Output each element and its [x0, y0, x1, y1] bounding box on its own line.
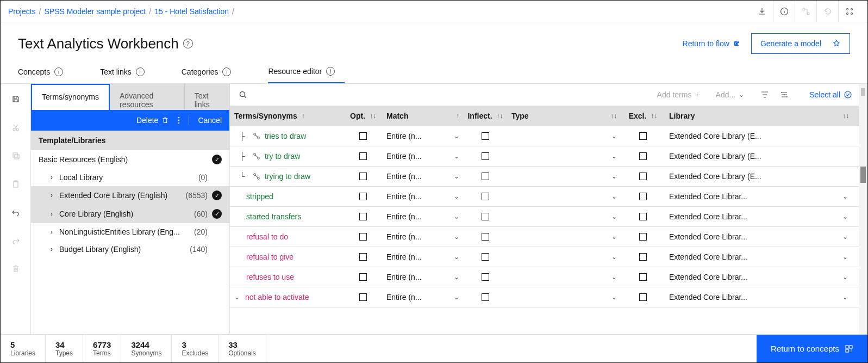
paste-icon[interactable]	[7, 175, 24, 193]
chevron-down-icon[interactable]: ⌄	[454, 213, 459, 220]
chevron-down-icon[interactable]: ⌄	[611, 152, 617, 160]
inflect-checkbox[interactable]	[482, 193, 489, 200]
excl-checkbox[interactable]	[639, 233, 647, 241]
add-terms-button[interactable]: Add terms +	[657, 90, 700, 99]
library-item[interactable]: ›Extended Core Library (English)(6553)✓	[31, 186, 229, 205]
chevron-down-icon[interactable]: ⌄	[842, 253, 848, 261]
info-icon[interactable]: i	[136, 67, 145, 76]
chevron-down-icon[interactable]: ⌄	[611, 132, 617, 140]
info-icon[interactable]: i	[222, 67, 231, 76]
settings-icon[interactable]	[780, 90, 793, 99]
chevron-right-icon[interactable]: ›	[47, 245, 56, 253]
library-item[interactable]: ›Budget Library (English)(140)	[31, 241, 229, 258]
excl-checkbox[interactable]	[639, 293, 647, 301]
help-icon[interactable]: ?	[183, 39, 193, 48]
table-row[interactable]: refusal to giveEntire (n...⌄⌄Extended Co…	[230, 247, 859, 267]
delete-button[interactable]: Delete	[136, 116, 169, 125]
table-row[interactable]: └trying to drawEntire (n...⌄⌄Extended Co…	[230, 167, 859, 187]
info-icon[interactable]: i	[54, 67, 63, 76]
chevron-down-icon[interactable]: ⌄	[454, 273, 459, 281]
col-opt[interactable]: Opt.↑↓	[344, 106, 382, 126]
scroll-thumb[interactable]	[860, 167, 866, 183]
tab-resource-editor[interactable]: Resource editor i	[268, 60, 345, 83]
table-row[interactable]: ├try to drawEntire (n...⌄⌄Extended Core …	[230, 146, 859, 167]
library-item[interactable]: ›NonLinguisticEntities Library (Eng...(2…	[31, 223, 229, 241]
opt-checkbox[interactable]	[359, 193, 367, 200]
inflect-checkbox[interactable]	[482, 293, 489, 301]
inflect-checkbox[interactable]	[482, 233, 489, 241]
opt-checkbox[interactable]	[359, 233, 367, 241]
col-inflect[interactable]: Inflect.↑↓	[464, 106, 507, 126]
opt-checkbox[interactable]	[359, 273, 367, 281]
cancel-button[interactable]: Cancel	[198, 116, 222, 125]
breadcrumb-project[interactable]: SPSS Modeler sample project	[44, 7, 146, 16]
col-match[interactable]: Match↑	[382, 106, 464, 126]
chevron-down-icon[interactable]: ⌄	[611, 253, 617, 261]
sub-tab-advanced[interactable]: Advanced resources	[110, 84, 185, 110]
chevron-right-icon[interactable]: ›	[47, 228, 56, 236]
cut-icon[interactable]	[7, 119, 24, 136]
inflect-checkbox[interactable]	[482, 213, 489, 220]
undo-icon[interactable]	[7, 204, 24, 221]
delete-icon[interactable]	[7, 260, 24, 278]
opt-checkbox[interactable]	[359, 132, 367, 140]
excl-checkbox[interactable]	[639, 193, 647, 200]
chevron-down-icon[interactable]: ⌄	[454, 193, 459, 200]
excl-checkbox[interactable]	[639, 132, 647, 140]
chevron-down-icon[interactable]: ⌄	[842, 293, 848, 301]
chevron-down-icon[interactable]: ⌄	[611, 273, 617, 281]
sub-tab-textlinks[interactable]: Text links	[185, 84, 229, 110]
chevron-down-icon[interactable]: ⌄	[454, 233, 459, 241]
chevron-down-icon[interactable]: ⌄	[611, 233, 617, 241]
inflect-checkbox[interactable]	[482, 253, 489, 261]
chevron-down-icon[interactable]: ⌄	[842, 273, 848, 281]
scroll-arrow-up-icon[interactable]	[861, 88, 865, 96]
flow-icon[interactable]	[795, 1, 816, 22]
info-icon[interactable]	[773, 1, 795, 22]
chevron-right-icon[interactable]: ›	[47, 174, 56, 181]
table-row[interactable]: strippedEntire (n...⌄⌄Extended Core Libr…	[230, 187, 859, 207]
library-item[interactable]: ›Core Library (English)(60)✓	[31, 205, 229, 223]
chevron-down-icon[interactable]: ⌄	[842, 193, 848, 200]
col-type[interactable]: Type↑↓	[507, 106, 621, 126]
copy-icon[interactable]	[7, 147, 24, 164]
table-row[interactable]: refuses to useEntire (n...⌄⌄Extended Cor…	[230, 267, 859, 287]
chevron-down-icon[interactable]: ⌄	[454, 293, 459, 301]
chevron-down-icon[interactable]: ⌄	[234, 293, 240, 301]
redo-icon[interactable]	[7, 232, 24, 249]
download-icon[interactable]	[751, 1, 773, 22]
chevron-down-icon[interactable]: ⌄	[842, 213, 848, 220]
overflow-button[interactable]	[178, 116, 180, 124]
chevron-down-icon[interactable]: ⌄	[454, 253, 459, 261]
opt-checkbox[interactable]	[359, 213, 367, 220]
history-icon[interactable]	[816, 1, 838, 22]
inflect-checkbox[interactable]	[482, 173, 489, 180]
inflect-checkbox[interactable]	[482, 152, 489, 160]
excl-checkbox[interactable]	[639, 213, 647, 220]
chevron-down-icon[interactable]: ⌄	[454, 132, 459, 140]
col-terms[interactable]: Terms/Synonyms↑	[230, 106, 344, 126]
chevron-down-icon[interactable]: ⌄	[454, 152, 459, 160]
chevron-down-icon[interactable]: ⌄	[454, 173, 459, 180]
chevron-down-icon[interactable]: ⌄	[611, 193, 617, 200]
save-icon[interactable]	[7, 90, 24, 108]
excl-checkbox[interactable]	[639, 253, 647, 261]
col-excl[interactable]: Excl.↑↓	[621, 106, 665, 126]
opt-checkbox[interactable]	[359, 293, 367, 301]
library-item[interactable]: ›Local Library(0)	[31, 169, 229, 186]
table-row[interactable]: ├tries to drawEntire (n...⌄⌄Extended Cor…	[230, 126, 859, 146]
inflect-checkbox[interactable]	[482, 132, 489, 140]
opt-checkbox[interactable]	[359, 152, 367, 160]
return-to-concepts-button[interactable]: Return to concepts	[757, 335, 867, 362]
grid-icon[interactable]	[838, 1, 860, 22]
table-row[interactable]: ⌄not able to activateEntire (n...⌄⌄Exten…	[230, 287, 859, 307]
excl-checkbox[interactable]	[639, 273, 647, 281]
generate-model-button[interactable]: Generate a model	[751, 33, 850, 54]
chevron-down-icon[interactable]: ⌄	[611, 293, 617, 301]
sub-tab-terms[interactable]: Terms/synonyms	[31, 84, 110, 110]
tab-concepts[interactable]: Concepts i	[18, 60, 73, 83]
chevron-down-icon[interactable]: ⌄	[611, 213, 617, 220]
breadcrumb-flow[interactable]: 15 - Hotel Satisfaction	[154, 7, 229, 16]
inflect-checkbox[interactable]	[482, 273, 489, 281]
excl-checkbox[interactable]	[639, 173, 647, 180]
